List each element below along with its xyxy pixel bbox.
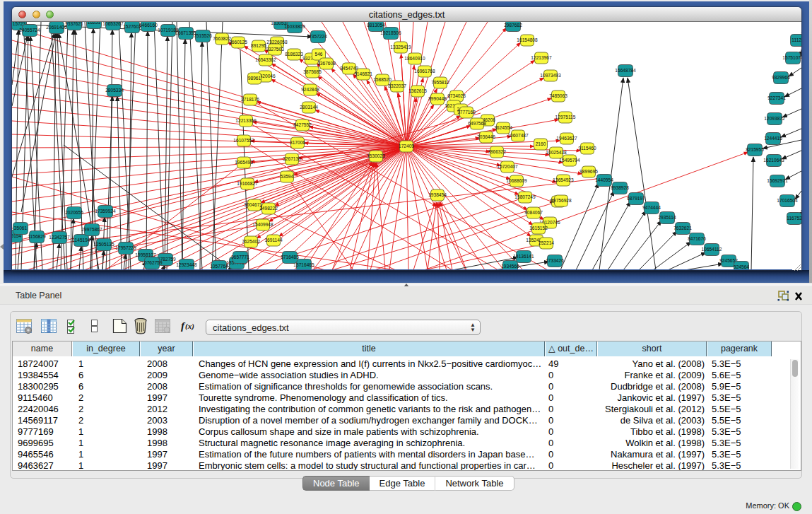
svg-text:12505135: 12505135 [93, 242, 114, 247]
svg-text:13716465: 13716465 [293, 262, 314, 267]
svg-text:18640910: 18640910 [404, 56, 425, 61]
svg-text:6734028: 6734028 [447, 93, 466, 98]
svg-text:13654923: 13654923 [553, 177, 574, 182]
svg-text:9337621: 9337621 [65, 22, 83, 26]
svg-text:9327503: 9327503 [266, 47, 284, 52]
svg-text:3267130: 3267130 [283, 156, 301, 161]
svg-text:19218506: 19218506 [380, 30, 401, 35]
svg-text:3498222: 3498222 [259, 206, 278, 211]
svg-text:1057764: 1057764 [210, 264, 228, 269]
svg-text:10607487: 10607487 [507, 133, 529, 138]
svg-text:7625402: 7625402 [242, 239, 260, 244]
svg-text:1733426: 1733426 [546, 258, 564, 263]
svg-text:6466160: 6466160 [139, 23, 158, 28]
svg-text:2803144: 2803144 [300, 105, 318, 110]
svg-text:1440954: 1440954 [595, 177, 613, 182]
svg-text:24055724: 24055724 [19, 28, 40, 33]
svg-text:7485063: 7485063 [549, 93, 567, 98]
svg-text:8938928: 8938928 [611, 185, 629, 190]
svg-text:19463627: 19463627 [556, 136, 577, 141]
svg-text:12093872: 12093872 [764, 116, 785, 121]
svg-text:5716485: 5716485 [281, 255, 299, 259]
svg-text:1588520: 1588520 [373, 77, 392, 82]
svg-text:2987682: 2987682 [504, 23, 522, 28]
svg-text:53594: 53594 [281, 174, 294, 179]
svg-text:10762759: 10762759 [141, 260, 163, 265]
svg-text:2160: 2160 [536, 141, 546, 146]
svg-text:2718176: 2718176 [241, 97, 259, 102]
svg-text:9657771: 9657771 [231, 255, 249, 259]
svg-text:12213369: 12213369 [235, 118, 257, 123]
svg-text:172409: 172409 [399, 144, 414, 148]
svg-text:15409948: 15409948 [252, 222, 273, 227]
svg-text:2020655: 2020655 [65, 210, 83, 215]
svg-text:8471676: 8471676 [688, 236, 706, 241]
svg-text:10653267: 10653267 [102, 22, 124, 26]
svg-text:17016504: 17016504 [777, 198, 798, 203]
svg-text:10654112: 10654112 [702, 247, 722, 252]
svg-text:16251: 16251 [88, 22, 101, 25]
svg-text:9146821: 9146821 [354, 71, 372, 76]
svg-text:9227341: 9227341 [767, 95, 786, 100]
svg-text:10688609: 10688609 [506, 178, 527, 183]
svg-text:9474444: 9474444 [642, 205, 661, 210]
svg-text:16210643: 16210643 [763, 158, 784, 163]
svg-text:3875685: 3875685 [303, 69, 322, 74]
svg-text:8660125: 8660125 [229, 40, 247, 45]
svg-text:15751074: 15751074 [782, 55, 801, 60]
svg-text:15495794: 15495794 [559, 158, 580, 163]
svg-text:6497568: 6497568 [468, 121, 486, 126]
svg-text:12342757: 12342757 [49, 235, 70, 240]
svg-text:9115460: 9115460 [578, 146, 596, 151]
svg-text:9777169: 9777169 [457, 110, 476, 115]
svg-text:8427552: 8427552 [293, 122, 312, 127]
svg-text:19166827: 19166827 [237, 181, 258, 186]
svg-text:11124: 11124 [792, 37, 801, 42]
svg-text:16648784: 16648784 [615, 68, 636, 73]
svg-text:252214: 252214 [539, 240, 554, 245]
svg-text:12975115: 12975115 [555, 115, 576, 119]
svg-text:7515526: 7515526 [194, 33, 212, 38]
svg-text:2367608: 2367608 [317, 61, 336, 66]
svg-text:7955812: 7955812 [431, 80, 449, 85]
svg-text:2036446: 2036446 [477, 134, 495, 139]
svg-text:17359924: 17359924 [95, 209, 116, 214]
svg-text:19756928: 19756928 [551, 198, 572, 203]
svg-text:2805334: 2805334 [105, 88, 124, 93]
svg-text:1615152: 1615152 [529, 226, 548, 230]
svg-text:2935114: 2935114 [658, 215, 676, 220]
svg-text:8990448: 8990448 [428, 96, 447, 101]
svg-text:9329966: 9329966 [772, 75, 790, 80]
svg-text:546: 546 [314, 52, 322, 57]
svg-text:16961768: 16961768 [414, 69, 435, 74]
svg-text:1938454: 1938454 [428, 192, 447, 197]
svg-text:7632621: 7632621 [673, 226, 692, 230]
svg-text:10973493: 10973493 [540, 73, 561, 78]
svg-text:9899695: 9899695 [579, 169, 598, 174]
svg-text:29975867: 29975867 [81, 227, 102, 232]
svg-text:13325419: 13325419 [390, 45, 411, 49]
svg-text:16107552: 16107552 [233, 138, 254, 143]
svg-text:1156829: 1156829 [28, 234, 46, 239]
svg-text:924564: 924564 [734, 264, 749, 269]
svg-text:(x): (x) [185, 322, 194, 331]
svg-text:8215955: 8215955 [746, 147, 764, 152]
svg-text:15720407: 15720407 [497, 164, 518, 169]
svg-text:1244415: 1244415 [764, 136, 782, 141]
svg-text:1934566: 1934566 [501, 264, 519, 269]
svg-text:8322037: 8322037 [388, 83, 406, 88]
svg-text:20691406: 20691406 [46, 25, 67, 30]
svg-text:1691144: 1691144 [264, 238, 283, 243]
svg-text:6879197: 6879197 [627, 196, 645, 201]
svg-text:7357224: 7357224 [309, 34, 327, 39]
svg-text:8454749: 8454749 [340, 66, 358, 71]
svg-text:12213967: 12213967 [531, 55, 552, 60]
svg-text:14136141: 14136141 [513, 254, 534, 259]
svg-text:891295: 891295 [251, 43, 266, 48]
svg-text:8813054: 8813054 [367, 23, 385, 28]
svg-text:17957225: 17957225 [115, 245, 136, 250]
svg-text:1145194: 1145194 [72, 238, 90, 243]
svg-text:12923448: 12923448 [176, 262, 197, 267]
svg-text:15692971: 15692971 [767, 178, 788, 183]
svg-text:98961: 98961 [248, 76, 261, 81]
